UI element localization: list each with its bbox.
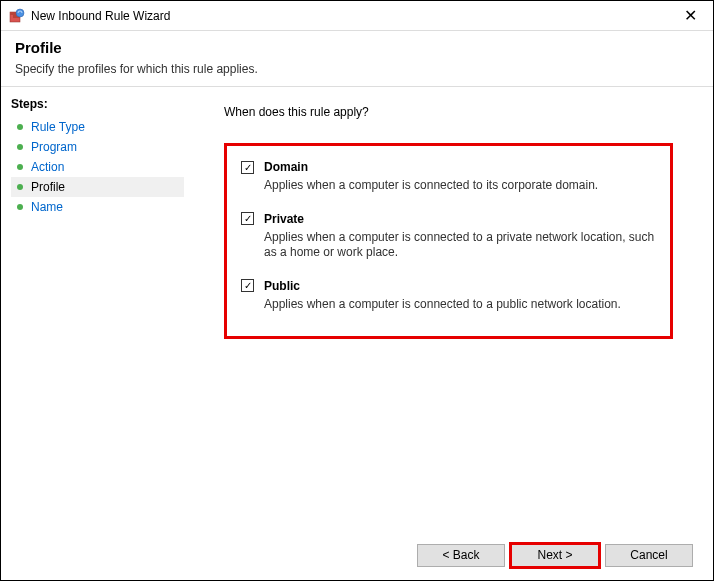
step-label: Profile (31, 180, 65, 194)
page-title: Profile (15, 39, 699, 56)
step-link[interactable]: Rule Type (31, 120, 85, 134)
step-profile[interactable]: Profile (11, 177, 184, 197)
option-public: ✓ Public Applies when a computer is conn… (241, 279, 656, 313)
option-desc: Applies when a computer is connected to … (264, 297, 656, 313)
option-desc: Applies when a computer is connected to … (264, 230, 656, 261)
options-highlight: ✓ Domain Applies when a computer is conn… (224, 143, 673, 339)
option-label: Public (264, 279, 300, 293)
option-desc: Applies when a computer is connected to … (264, 178, 656, 194)
step-link[interactable]: Action (31, 160, 64, 174)
steps-sidebar: Steps: Rule Type Program Action Profile … (1, 87, 184, 530)
step-dot-icon (17, 124, 23, 130)
option-label: Domain (264, 160, 308, 174)
wizard-window: New Inbound Rule Wizard ✕ Profile Specif… (0, 0, 714, 581)
checkbox-domain[interactable]: ✓ (241, 161, 254, 174)
step-link[interactable]: Name (31, 200, 63, 214)
checkbox-private[interactable]: ✓ (241, 212, 254, 225)
step-link[interactable]: Program (31, 140, 77, 154)
option-domain: ✓ Domain Applies when a computer is conn… (241, 160, 656, 194)
step-dot-icon (17, 144, 23, 150)
page-subtitle: Specify the profiles for which this rule… (15, 62, 699, 76)
steps-title: Steps: (11, 97, 184, 111)
step-program[interactable]: Program (11, 137, 184, 157)
step-dot-icon (17, 164, 23, 170)
step-rule-type[interactable]: Rule Type (11, 117, 184, 137)
window-title: New Inbound Rule Wizard (31, 9, 676, 23)
wizard-footer: < Back Next > Cancel (1, 530, 713, 580)
step-dot-icon (17, 184, 23, 190)
back-button[interactable]: < Back (417, 544, 505, 567)
step-name[interactable]: Name (11, 197, 184, 217)
close-icon[interactable]: ✕ (676, 6, 705, 25)
cancel-button[interactable]: Cancel (605, 544, 693, 567)
checkbox-public[interactable]: ✓ (241, 279, 254, 292)
step-dot-icon (17, 204, 23, 210)
next-button[interactable]: Next > (511, 544, 599, 567)
main-panel: When does this rule apply? ✓ Domain Appl… (184, 87, 713, 530)
wizard-header: Profile Specify the profiles for which t… (1, 31, 713, 87)
titlebar: New Inbound Rule Wizard ✕ (1, 1, 713, 31)
option-label: Private (264, 212, 304, 226)
step-action[interactable]: Action (11, 157, 184, 177)
wizard-body: Steps: Rule Type Program Action Profile … (1, 87, 713, 530)
question-text: When does this rule apply? (224, 105, 693, 119)
firewall-icon (9, 8, 25, 24)
svg-point-3 (16, 9, 24, 17)
option-private: ✓ Private Applies when a computer is con… (241, 212, 656, 261)
